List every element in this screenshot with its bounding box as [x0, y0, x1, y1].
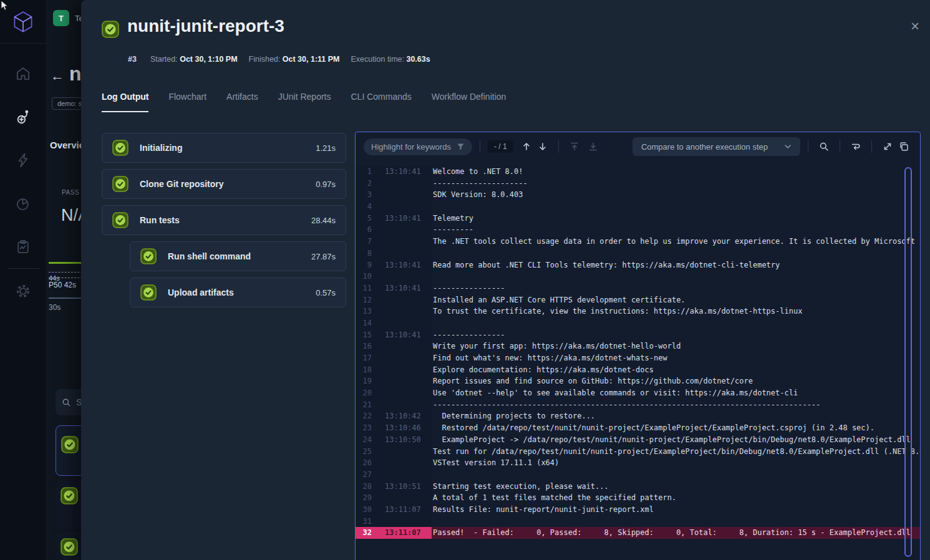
- log-line: 10: [356, 271, 920, 282]
- to-bottom-icon: [588, 142, 598, 152]
- line-text: Find out what's new: https://aka.ms/dotn…: [432, 352, 920, 364]
- line-number: 14: [356, 317, 372, 329]
- back-arrow-icon[interactable]: ←: [51, 68, 64, 84]
- chart-tick-label: 30s: [49, 303, 61, 312]
- line-timestamp: [372, 306, 432, 317]
- home-icon[interactable]: [15, 65, 31, 82]
- log-line: 29A total of 1 test files matched the sp…: [356, 492, 920, 504]
- report-icon[interactable]: [15, 239, 31, 255]
- step-label: Run tests: [140, 215, 311, 225]
- bolt-icon[interactable]: [15, 152, 31, 168]
- log-gutter: 14: [356, 317, 432, 329]
- step-row[interactable]: Run shell command27.87s: [130, 241, 346, 271]
- app-logo-icon[interactable]: [10, 9, 36, 35]
- line-text: Explore documentation: https://aka.ms/do…: [432, 364, 920, 376]
- settings-icon[interactable]: [15, 283, 31, 299]
- log-gutter: 113:10:41: [356, 166, 432, 178]
- scroll-to-top-button[interactable]: [566, 138, 583, 155]
- step-row[interactable]: Initializing1.21s: [102, 133, 346, 163]
- log-line: 3213:11:07Passed! - Failed: 0, Passed: 8…: [356, 527, 920, 539]
- match-counter: - / 1: [488, 140, 513, 153]
- line-number: 8: [356, 248, 372, 259]
- log-line: 2213:10:42 Determining projects to resto…: [356, 410, 920, 422]
- scroll-to-bottom-button[interactable]: [585, 138, 601, 155]
- log-line: 17Find out what's new: https://aka.ms/do…: [356, 352, 920, 364]
- flows-add-icon[interactable]: [15, 109, 31, 125]
- step-duration: 1.21s: [316, 143, 336, 153]
- log-line: 6---------: [356, 224, 920, 236]
- line-text: [432, 201, 920, 213]
- log-scrollbar-thumb[interactable]: [904, 167, 912, 557]
- line-text: Telemetry: [432, 213, 920, 224]
- close-icon[interactable]: ×: [911, 19, 919, 34]
- tab-junit-reports[interactable]: JUnit Reports: [278, 92, 331, 112]
- next-match-button[interactable]: [535, 138, 551, 155]
- log-line: 31: [356, 516, 920, 528]
- line-number: 15: [356, 329, 372, 341]
- log-gutter: 1113:10:41: [356, 282, 432, 294]
- tab-workflow-definition[interactable]: Workflow Definition: [432, 92, 506, 112]
- workspace-avatar[interactable]: T: [53, 10, 69, 26]
- log-gutter: 8: [356, 248, 432, 259]
- line-timestamp: [372, 387, 432, 399]
- line-timestamp: [372, 375, 432, 387]
- line-timestamp: [372, 516, 432, 528]
- tab-flowchart[interactable]: Flowchart: [168, 92, 206, 112]
- line-number: 24: [356, 434, 372, 446]
- step-row[interactable]: Clone Git repository0.97s: [102, 169, 346, 199]
- line-timestamp: [372, 201, 432, 213]
- search-log-button[interactable]: [816, 138, 832, 155]
- steps-list: Initializing1.21s Clone Git repository0.…: [102, 133, 346, 314]
- expand-fullscreen-button[interactable]: [879, 138, 896, 155]
- line-timestamp: [372, 248, 432, 259]
- success-check-icon: [112, 140, 128, 156]
- chart-p50-label: P50 42s: [49, 281, 76, 289]
- step-row[interactable]: Run tests28.44s: [102, 205, 346, 235]
- log-line: 18Explore documentation: https://aka.ms/…: [356, 364, 920, 376]
- log-gutter: 4: [356, 201, 432, 213]
- line-number: 7: [356, 236, 372, 248]
- line-timestamp: [372, 236, 432, 248]
- pie-chart-icon[interactable]: [15, 196, 31, 212]
- line-number: 27: [356, 469, 372, 481]
- log-gutter: 29: [356, 492, 432, 504]
- log-line: 7The .NET tools collect usage data in or…: [356, 236, 920, 248]
- log-gutter: 3: [356, 189, 432, 201]
- run-number: #3: [128, 55, 137, 64]
- line-timestamp: [372, 178, 432, 190]
- execution-meta: #3 Started: Oct 30, 1:10 PM Finished: Oc…: [128, 55, 430, 64]
- copy-log-button[interactable]: [896, 138, 912, 155]
- success-check-icon: [112, 212, 128, 228]
- step-duration: 0.97s: [316, 180, 336, 189]
- line-number: 17: [356, 352, 372, 364]
- log-gutter: 10: [356, 271, 432, 282]
- prev-match-button[interactable]: [518, 138, 535, 155]
- tab-cli-commands[interactable]: CLI Commands: [351, 92, 412, 112]
- line-text: Use 'dotnet --help' to see available com…: [432, 387, 920, 399]
- tab-log-output[interactable]: Log Output: [102, 92, 148, 112]
- log-line: 8: [356, 248, 920, 259]
- compare-step-label: Compare to another execution step: [641, 142, 768, 152]
- highlight-keywords-button[interactable]: Highlight for keywords: [364, 138, 472, 155]
- success-check-icon: [61, 436, 79, 453]
- line-text: [432, 271, 920, 282]
- execution-title: nunit-junit-report-3: [127, 16, 284, 36]
- wrap-lines-button[interactable]: [848, 138, 864, 155]
- log-line: 2813:10:51Starting test execution, pleas…: [356, 481, 920, 493]
- line-text: Test run for /data/repo/test/nunit/nunit…: [432, 446, 920, 458]
- log-line: 113:10:41Welcome to .NET 8.0!: [356, 166, 920, 178]
- line-text: Passed! - Failed: 0, Passed: 8, Skipped:…: [432, 527, 920, 539]
- tab-artifacts[interactable]: Artifacts: [226, 92, 258, 112]
- line-number: 21: [356, 399, 372, 411]
- step-row[interactable]: Upload artifacts0.57s: [130, 278, 346, 307]
- log-gutter: 6: [356, 224, 432, 236]
- tab-bar: Log OutputFlowchartArtifactsJUnit Report…: [102, 92, 506, 112]
- step-label: Clone Git repository: [140, 179, 316, 189]
- log-gutter: 27: [356, 469, 432, 481]
- highlight-keywords-label: Highlight for keywords: [371, 142, 451, 152]
- line-text: To trust the certificate, view the instr…: [432, 306, 920, 317]
- metric-label: PASS: [62, 189, 79, 196]
- line-number: 29: [356, 492, 372, 504]
- compare-step-dropdown[interactable]: Compare to another execution step: [632, 137, 800, 156]
- log-gutter: 2313:10:46: [356, 422, 432, 434]
